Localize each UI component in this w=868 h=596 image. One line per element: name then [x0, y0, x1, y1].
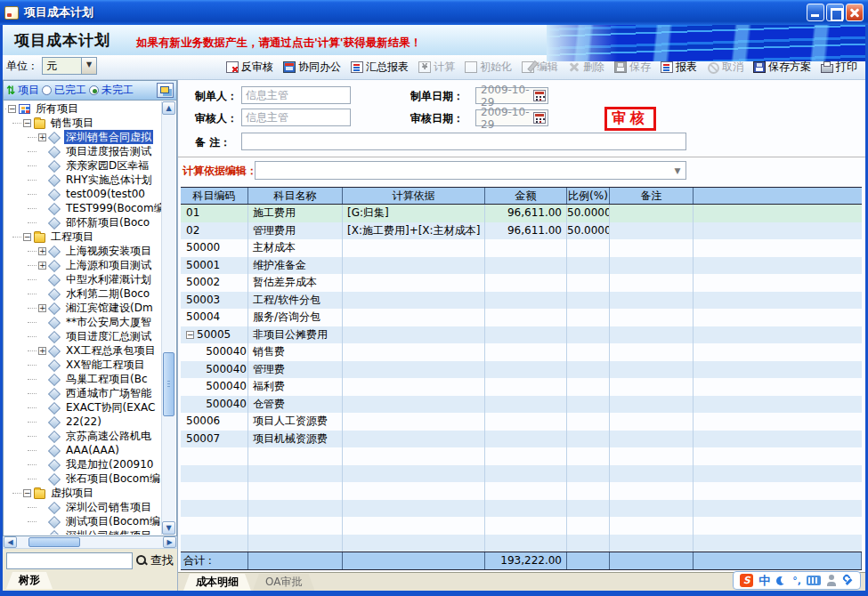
- tree-item[interactable]: 亲亲家园D区幸福: [4, 158, 161, 173]
- tree-item[interactable]: **市公安局大厦智: [4, 315, 161, 329]
- view-switch-icon[interactable]: [157, 83, 174, 98]
- maker-field[interactable]: [241, 86, 351, 104]
- toolbar-button-summary-report[interactable]: 汇总报表: [346, 58, 413, 77]
- make-date-field[interactable]: 2009-10-29: [475, 87, 548, 104]
- tree-horizontal-scrollbar[interactable]: ◀ ▶: [3, 536, 177, 549]
- tree-item[interactable]: 我是加拉(200910: [4, 457, 161, 471]
- plus-expander-icon[interactable]: +: [38, 133, 46, 141]
- audit-date-field[interactable]: 2009-10-29: [475, 109, 548, 126]
- plus-expander-icon[interactable]: +: [38, 347, 46, 355]
- minus-expander-icon[interactable]: −: [23, 233, 31, 241]
- scroll-left-icon[interactable]: ◀: [4, 536, 17, 548]
- tree-item[interactable]: +深圳销售合同虚拟: [4, 130, 161, 144]
- table-row[interactable]: 500040销售费: [181, 343, 862, 361]
- tree-item-label[interactable]: 鸟巢工程项目(Bc: [64, 372, 150, 386]
- plus-expander-icon[interactable]: +: [38, 247, 46, 255]
- tree-item[interactable]: 中型水利灌溉计划: [4, 272, 161, 286]
- tree-item[interactable]: 项目进度汇总测试: [4, 329, 161, 343]
- maximize-button[interactable]: [826, 4, 844, 21]
- minus-expander-icon[interactable]: −: [8, 105, 16, 113]
- wrench-icon[interactable]: [842, 575, 854, 586]
- tree-item-label[interactable]: 深圳销售合同虚拟: [64, 130, 153, 144]
- tree-item-label[interactable]: 22(22): [64, 415, 103, 428]
- plus-expander-icon[interactable]: +: [38, 262, 46, 270]
- tree-item-label[interactable]: 湘江宾馆建设(Dm: [64, 301, 155, 315]
- minus-expander-icon[interactable]: −: [23, 489, 31, 497]
- tree-item-label[interactable]: 我是加拉(200910: [64, 457, 156, 471]
- tab-tree-view[interactable]: 树形: [6, 572, 53, 589]
- table-row[interactable]: 50000主材成本: [181, 239, 862, 257]
- tree-item[interactable]: 项目进度报告测试: [4, 144, 161, 158]
- scrollbar-thumb[interactable]: [163, 352, 174, 416]
- punctuation-icon[interactable]: °,: [792, 575, 801, 586]
- tree-item-label[interactable]: 亲亲家园D区幸福: [64, 158, 150, 173]
- tree-item[interactable]: test009(test00: [4, 187, 161, 201]
- tree-item[interactable]: AAA(AAA): [4, 443, 161, 457]
- search-input[interactable]: [6, 552, 133, 569]
- tree-item[interactable]: −所有项目: [4, 101, 161, 116]
- radio-incomplete-label[interactable]: 未完工: [101, 83, 134, 98]
- chinese-mode-icon[interactable]: 中: [758, 573, 770, 589]
- unit-select[interactable]: 元 ▼: [42, 57, 97, 75]
- tree-item[interactable]: 22(22): [4, 415, 161, 429]
- tree-item-label[interactable]: 深圳公司销售项目: [64, 500, 153, 514]
- search-button[interactable]: 查找: [136, 552, 174, 568]
- tree-item[interactable]: 鸟巢工程项目(Bc: [4, 372, 161, 386]
- tree-item[interactable]: 水利第二期(Boco: [4, 286, 161, 301]
- tree-item-label[interactable]: XX工程总承包项目: [64, 343, 157, 358]
- chevron-down-icon[interactable]: ▼: [81, 58, 96, 74]
- calc-basis-combo[interactable]: ▼: [255, 161, 686, 180]
- minimize-button[interactable]: [807, 4, 824, 21]
- calendar-icon[interactable]: [533, 90, 546, 101]
- tree-item-label[interactable]: 西通城市广场智能: [64, 386, 153, 400]
- moon-icon[interactable]: [775, 575, 787, 586]
- scroll-up-icon[interactable]: ▲: [162, 101, 175, 115]
- tree-item[interactable]: 深圳公司销售项目: [4, 528, 161, 535]
- tree-item[interactable]: 西通城市广场智能: [4, 386, 161, 400]
- keyboard-icon[interactable]: [807, 576, 821, 585]
- tree-item[interactable]: −销售项目: [4, 116, 161, 130]
- table-row[interactable]: 50004服务/咨询分包: [181, 309, 862, 326]
- minus-expander-icon[interactable]: −: [23, 119, 31, 127]
- tree-item-label[interactable]: 上海视频安装项目: [64, 244, 153, 258]
- tree-item-label[interactable]: test009(test00: [64, 188, 147, 200]
- tree-item[interactable]: +XX工程总承包项目: [4, 343, 161, 358]
- tree-item[interactable]: −虚拟项目: [4, 486, 161, 500]
- table-row[interactable]: 50006项目人工资源费: [181, 413, 862, 431]
- tree-item-label[interactable]: 销售项目: [49, 116, 95, 130]
- table-row[interactable]: 50001维护准备金: [181, 257, 862, 275]
- tree-item[interactable]: −工程项目: [4, 230, 161, 244]
- tree-item[interactable]: 京苏高速公路机电: [4, 429, 161, 443]
- sogou-logo[interactable]: S: [740, 574, 753, 587]
- table-row[interactable]: 500040管理费: [181, 361, 862, 379]
- scrollbar-thumb[interactable]: [28, 537, 80, 547]
- tab-cost-detail[interactable]: 成本明细: [183, 574, 251, 591]
- toolbar-button-report[interactable]: 报表: [656, 58, 702, 77]
- user-icon[interactable]: [826, 575, 837, 586]
- tree-item-label[interactable]: 京苏高速公路机电: [64, 429, 153, 443]
- tree-item-label[interactable]: 虚拟项目: [49, 486, 95, 500]
- table-row[interactable]: 50007项目机械资源费: [181, 431, 862, 448]
- scroll-down-icon[interactable]: ▼: [162, 521, 175, 535]
- minus-expander-icon[interactable]: −: [186, 331, 194, 339]
- tree-item-label[interactable]: AAA(AAA): [64, 444, 121, 456]
- tree-item-label[interactable]: 所有项目: [34, 101, 80, 116]
- tree-item[interactable]: RHY实施总体计划: [4, 173, 161, 187]
- tree-item-label[interactable]: 邵怀新项目(Boco: [64, 215, 151, 230]
- tree-item[interactable]: +湘江宾馆建设(Dm: [4, 301, 161, 315]
- tree-item[interactable]: +上海视频安装项目: [4, 244, 161, 258]
- refresh-icon[interactable]: ⇅: [6, 84, 15, 97]
- calendar-icon[interactable]: [533, 112, 546, 124]
- toolbar-button-print[interactable]: 打印: [816, 58, 862, 77]
- tree-item-label[interactable]: 上海源和项目测试: [64, 258, 153, 272]
- scroll-right-icon[interactable]: ▶: [163, 536, 176, 548]
- tree-item-label[interactable]: 张石项目(Bocom编: [64, 471, 161, 486]
- table-row[interactable]: −50005非项目公摊费用: [181, 326, 862, 344]
- toolbar-button-save-plan[interactable]: 保存方案: [749, 58, 815, 77]
- toolbar-button-collab[interactable]: 协同办公: [279, 58, 345, 77]
- tree-item[interactable]: 张石项目(Bocom编: [4, 471, 161, 486]
- radio-incomplete[interactable]: [89, 85, 99, 95]
- toolbar-button-audit-undo[interactable]: 反审核: [222, 58, 278, 77]
- table-row[interactable]: 500040福利费: [181, 378, 862, 396]
- tree-item[interactable]: 测试项目(Bocom编: [4, 514, 161, 528]
